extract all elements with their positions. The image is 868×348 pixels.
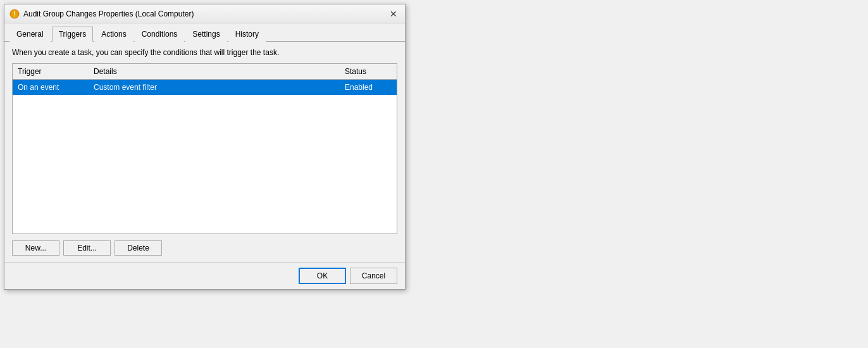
- action-button-row: New... Edit... Delete: [12, 240, 397, 256]
- triggers-table[interactable]: Trigger Details Status On an event Custo…: [12, 63, 397, 234]
- cancel-button[interactable]: Cancel: [350, 268, 397, 284]
- cell-trigger: On an event: [13, 81, 89, 94]
- table-row[interactable]: On an event Custom event filter Enabled: [13, 80, 397, 95]
- new-button[interactable]: New...: [12, 240, 59, 256]
- delete-button[interactable]: Delete: [115, 240, 162, 256]
- close-button[interactable]: ✕: [387, 8, 400, 20]
- tab-history[interactable]: History: [228, 27, 266, 42]
- column-header-trigger: Trigger: [13, 65, 89, 78]
- edit-button[interactable]: Edit...: [63, 240, 111, 256]
- title-bar-left: ! Audit Group Changes Properties (Local …: [9, 9, 194, 19]
- ok-button[interactable]: OK: [299, 268, 346, 284]
- tab-bar: General Triggers Actions Conditions Sett…: [4, 23, 405, 42]
- column-header-details: Details: [89, 65, 340, 78]
- tab-actions[interactable]: Actions: [94, 27, 133, 42]
- tab-general[interactable]: General: [9, 27, 51, 42]
- dialog-footer: OK Cancel: [4, 262, 405, 289]
- table-header: Trigger Details Status: [13, 64, 397, 80]
- dialog-window: ! Audit Group Changes Properties (Local …: [4, 4, 406, 290]
- title-bar: ! Audit Group Changes Properties (Local …: [4, 4, 405, 23]
- tab-conditions[interactable]: Conditions: [135, 27, 185, 42]
- cell-status: Enabled: [340, 81, 397, 94]
- svg-text:!: !: [13, 11, 15, 18]
- tab-triggers[interactable]: Triggers: [52, 27, 94, 42]
- dialog-body: When you create a task, you can specify …: [4, 42, 405, 262]
- column-header-status: Status: [340, 65, 397, 78]
- cell-details: Custom event filter: [89, 81, 340, 94]
- tab-settings[interactable]: Settings: [185, 27, 226, 42]
- task-scheduler-icon: !: [9, 9, 20, 19]
- window-title: Audit Group Changes Properties (Local Co…: [23, 9, 194, 18]
- description-text: When you create a task, you can specify …: [12, 48, 397, 57]
